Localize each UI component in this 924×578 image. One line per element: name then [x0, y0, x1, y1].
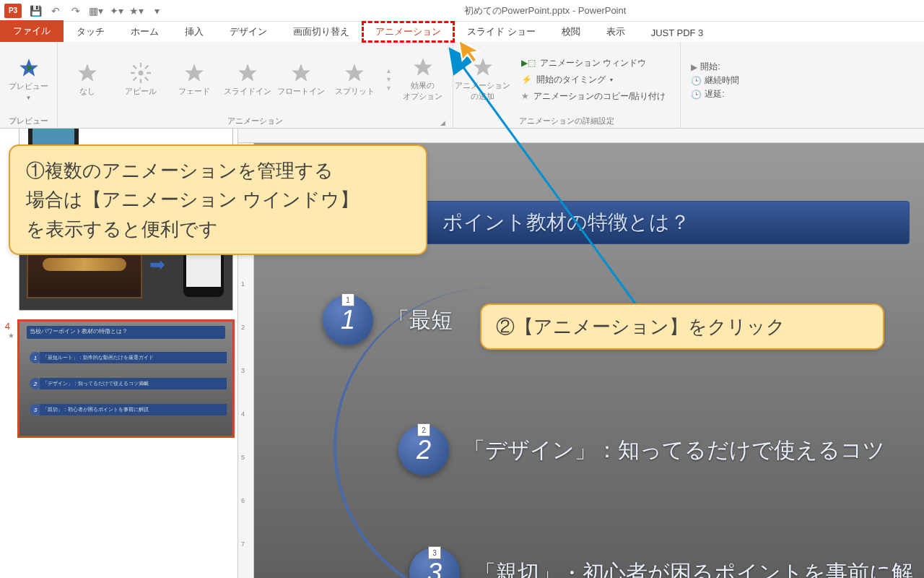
quick-access-toolbar: 💾 ↶ ↷ ▦▾ ✦▾ ★▾ ▾: [26, 1, 166, 20]
star-icon: [77, 63, 97, 83]
group-label-preview: プレビュー: [4, 114, 53, 128]
save-icon[interactable]: 💾: [26, 1, 45, 20]
clock-icon: 🕒: [691, 76, 702, 86]
group-label-advanced: アニメーションの詳細設定: [458, 114, 676, 128]
undo-icon[interactable]: ↶: [46, 1, 65, 20]
burst-icon: [131, 63, 151, 83]
timing-start[interactable]: ▶開始:: [691, 61, 739, 73]
star-icon: [291, 63, 311, 83]
timing-duration[interactable]: 🕒継続時間: [691, 74, 739, 87]
preview-label: プレビュー: [9, 81, 48, 92]
svg-marker-8: [414, 58, 432, 76]
callout-2: ②【アニメーション】をクリック: [480, 303, 884, 350]
lightning-icon: ⚡: [521, 74, 532, 85]
animation-star-icon: ★: [4, 332, 14, 340]
redo-icon[interactable]: ↷: [66, 1, 85, 20]
tab-justpdf[interactable]: JUST PDF 3: [638, 24, 717, 42]
gallery-scroll[interactable]: ▲▼▼: [383, 67, 395, 92]
ribbon-group-animation: なし アピール フェード スライドイン フロートイン スプリット ▲▼▼ 効果の…: [58, 42, 453, 128]
tab-review[interactable]: 校閲: [549, 22, 593, 42]
arrow-icon: ➡: [149, 254, 165, 276]
effect-fade[interactable]: フェード: [169, 51, 219, 108]
effect-slidein[interactable]: スライドイン: [222, 51, 273, 108]
star-icon: [344, 63, 365, 83]
svg-marker-7: [345, 64, 364, 82]
qat-btn[interactable]: ▦▾: [87, 1, 105, 20]
bullet-2[interactable]: 22 「デザイン」：知ってるだけで使えるコツ: [398, 425, 885, 475]
effect-appear[interactable]: アピール: [116, 51, 166, 108]
app-icon: P3: [4, 4, 22, 18]
ribbon-group-advanced: アニメーション の追加 ▶⬚アニメーション ウィンドウ ⚡開始のタイミング▾ ★…: [453, 42, 681, 128]
ribbon-group-timing: ▶開始: 🕒継続時間 🕒遅延:: [681, 42, 749, 128]
dialog-launcher-icon[interactable]: ◢: [440, 119, 445, 126]
star-icon: [237, 63, 258, 83]
callout-1: ①複数のアニメーションを管理する 場合は【アニメーション ウインドウ】 を表示す…: [9, 144, 427, 255]
svg-marker-4: [185, 64, 204, 82]
star-brush-icon: ★: [521, 91, 529, 101]
svg-marker-5: [238, 64, 257, 82]
ruler-horizontal: [238, 129, 924, 143]
preview-button[interactable]: プレビュー ▼: [4, 51, 53, 108]
play-icon: ▶: [691, 62, 697, 72]
star-icon: [413, 57, 433, 77]
tab-design[interactable]: デザイン: [217, 22, 280, 42]
bullet-3[interactable]: 33 「親切」・初心者が困るポイントを事前に解: [409, 548, 913, 578]
qat-more-icon[interactable]: ▾: [147, 1, 166, 20]
svg-marker-6: [292, 64, 310, 82]
star-icon: [184, 63, 204, 83]
animation-pane-button[interactable]: ▶⬚アニメーション ウィンドウ: [517, 56, 670, 71]
star-play-icon: [19, 58, 39, 78]
group-label-animation: アニメーション◢: [62, 114, 448, 128]
thumbnail-4[interactable]: 4 ★ 当校パワーポイント教材の特徴とは？ 1「最短ルート」：効率的な動画だけを…: [4, 321, 233, 436]
svg-marker-2: [78, 64, 97, 82]
svg-point-3: [139, 70, 144, 75]
clock-icon: 🕒: [691, 90, 702, 100]
title-bar: P3 💾 ↶ ↷ ▦▾ ✦▾ ★▾ ▾ 初めてのPowerPoint.pptx …: [0, 0, 924, 22]
qat-btn[interactable]: ✦▾: [107, 1, 126, 20]
tab-touch[interactable]: タッチ: [64, 22, 118, 42]
effect-none[interactable]: なし: [62, 51, 113, 108]
animation-painter-button[interactable]: ★アニメーションのコピー/貼り付け: [517, 89, 670, 104]
effect-split[interactable]: スプリット: [329, 51, 380, 108]
window-title: 初めてのPowerPoint.pptx - PowerPoint: [166, 4, 924, 17]
tab-insert[interactable]: 挿入: [172, 22, 217, 42]
bullet-1[interactable]: 11 「最短: [323, 295, 453, 345]
tab-view[interactable]: 表示: [593, 22, 638, 42]
timing-delay[interactable]: 🕒遅延:: [691, 88, 739, 100]
tab-file[interactable]: ファイル: [0, 20, 64, 42]
qat-btn[interactable]: ★▾: [127, 1, 146, 20]
pane-icon: ▶⬚: [521, 58, 536, 68]
trigger-button[interactable]: ⚡開始のタイミング▾: [517, 72, 670, 87]
effect-floatin[interactable]: フロートイン: [276, 51, 326, 108]
tab-home[interactable]: ホーム: [118, 22, 172, 42]
tab-transitions[interactable]: 画面切り替え: [280, 22, 362, 42]
ribbon-group-preview: プレビュー ▼ プレビュー: [0, 42, 58, 128]
effect-options-button[interactable]: 効果の オプション: [398, 51, 448, 108]
tab-animations[interactable]: アニメーション: [362, 22, 454, 42]
